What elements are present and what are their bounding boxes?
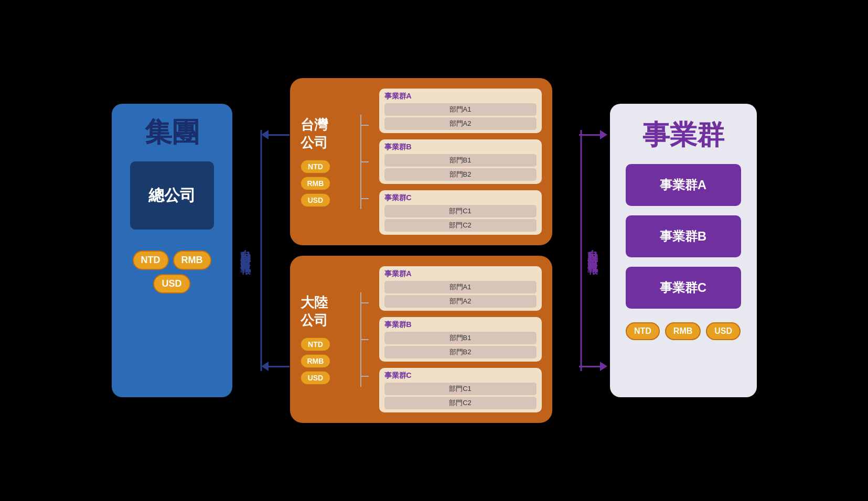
mainland-dept-c2: 部門C2	[384, 397, 537, 409]
left-arrow-container: 自動合併財報戰報	[232, 104, 290, 397]
taiwan-dept-c1: 部門C1	[384, 205, 537, 217]
mainland-company-left: 大陸公司 NTD RMB USD	[301, 294, 342, 385]
arrow-head-right-top	[600, 130, 607, 139]
arrow-shaft-right-top	[579, 134, 600, 136]
taiwan-biz-group-c-depts: 部門C1 部門C2	[384, 205, 537, 232]
taiwan-currency-usd: USD	[301, 193, 331, 207]
biz-group-c-btn[interactable]: 事業群C	[626, 267, 741, 309]
group-currency-row: NTD RMB USD	[120, 250, 224, 293]
taiwan-biz-group-b: 事業群B 部門B1 部門B2	[379, 139, 542, 184]
mainland-currency-rmb: RMB	[301, 354, 331, 368]
taiwan-connector-svg	[353, 104, 369, 220]
biz-group-a-btn[interactable]: 事業群A	[626, 164, 741, 206]
arrow-shaft-left-bottom	[269, 366, 290, 367]
mainland-currency-ntd: NTD	[301, 337, 331, 351]
group-title: 集團	[145, 114, 199, 151]
taiwan-company-name: 台灣公司	[301, 116, 328, 152]
biz-group-b-label: 事業群B	[660, 228, 706, 245]
taiwan-company-box: 台灣公司 NTD RMB USD	[290, 78, 552, 245]
mainland-dept-a1: 部門A1	[384, 281, 537, 293]
arrow-head-left-top	[261, 130, 269, 139]
mainland-biz-group-c: 事業群C 部門C1 部門C2	[379, 368, 542, 412]
biz-panel-ntd: NTD	[626, 322, 660, 340]
mainland-dept-a2: 部門A2	[384, 295, 537, 308]
left-top-arrow	[261, 130, 290, 139]
left-bottom-arrow	[261, 362, 290, 371]
main-layout: 集團 總公司 NTD RMB USD	[36, 78, 833, 423]
taiwan-biz-group-a: 事業群A 部門A1 部門A2	[379, 89, 542, 133]
mainland-biz-group-a: 事業群A 部門A1 部門A2	[379, 266, 542, 311]
taiwan-biz-group-c: 事業群C 部門C1 部門C2	[379, 190, 542, 235]
taiwan-biz-group-b-header: 事業群B	[384, 143, 537, 152]
taiwan-dept-a2: 部門A2	[384, 117, 537, 130]
left-arrow-label: 自動合併財報戰報	[239, 241, 253, 260]
mainland-dept-c1: 部門C1	[384, 383, 537, 395]
biz-panel: 事業群 事業群A 事業群B 事業群C NTD RMB USD	[610, 104, 757, 397]
right-v-line	[580, 130, 582, 371]
arrow-head-left-bottom	[261, 362, 269, 371]
canvas: 集團 總公司 NTD RMB USD	[15, 9, 854, 492]
arrow-head-right-bottom	[600, 362, 607, 371]
left-v-line	[260, 130, 262, 371]
mainland-connector-svg	[353, 282, 369, 397]
group-currency-usd: USD	[153, 274, 190, 293]
mainland-biz-group-c-depts: 部門C1 部門C2	[384, 383, 537, 409]
mainland-dept-b1: 部門B1	[384, 332, 537, 344]
taiwan-currencies: NTD RMB USD	[301, 160, 331, 207]
biz-panel-title: 事業群	[642, 117, 724, 154]
taiwan-biz-group-a-header: 事業群A	[384, 92, 537, 101]
group-currency-rmb: RMB	[173, 250, 211, 270]
mainland-biz-group-b: 事業群B 部門B1 部門B2	[379, 317, 542, 362]
biz-group-c-label: 事業群C	[660, 279, 706, 296]
taiwan-business-groups: 事業群A 部門A1 部門A2 事業群B 部門B1 部門B2	[379, 89, 542, 235]
mainland-connector	[353, 287, 369, 392]
arrow-shaft-right-bottom	[579, 366, 600, 367]
taiwan-currency-ntd: NTD	[301, 160, 331, 173]
biz-panel-rmb: RMB	[665, 322, 701, 340]
left-arrow-text: 自動合併財報戰報	[239, 241, 253, 258]
companies-section: 台灣公司 NTD RMB USD	[290, 78, 552, 423]
mainland-biz-group-c-header: 事業群C	[384, 371, 537, 380]
mainland-biz-group-b-header: 事業群B	[384, 320, 537, 330]
biz-group-a-label: 事業群A	[660, 177, 706, 193]
group-currency-ntd: NTD	[133, 250, 169, 270]
taiwan-biz-group-c-header: 事業群C	[384, 193, 537, 203]
mainland-dept-b2: 部門B2	[384, 346, 537, 358]
arrow-shaft-left-top	[269, 134, 290, 136]
mainland-business-groups: 事業群A 部門A1 部門A2 事業群B 部門B1 部門B2	[379, 266, 542, 412]
taiwan-dept-b1: 部門B1	[384, 154, 537, 167]
headquarters-label: 總公司	[148, 185, 196, 206]
mainland-biz-group-b-depts: 部門B1 部門B2	[384, 332, 537, 358]
mainland-biz-group-a-header: 事業群A	[384, 269, 537, 279]
biz-panel-usd: USD	[706, 322, 741, 340]
mainland-company-name: 大陸公司	[301, 294, 328, 330]
taiwan-biz-group-b-depts: 部門B1 部門B2	[384, 154, 537, 181]
taiwan-biz-group-a-depts: 部門A1 部門A2	[384, 103, 537, 130]
right-arrow-text: 自動合併財報戰報	[586, 241, 601, 258]
right-arrow-container: 自動合併財報戰報	[552, 104, 610, 397]
headquarters-box: 總公司	[130, 161, 214, 230]
right-top-arrow	[579, 130, 607, 139]
taiwan-currency-rmb: RMB	[301, 177, 331, 190]
taiwan-dept-b2: 部門B2	[384, 168, 537, 181]
biz-panel-currency-row: NTD RMB USD	[626, 322, 741, 340]
right-bottom-arrow	[579, 362, 607, 371]
group-box: 集團 總公司 NTD RMB USD	[112, 104, 232, 397]
taiwan-dept-c2: 部門C2	[384, 219, 537, 232]
mainland-currency-usd: USD	[301, 371, 331, 385]
mainland-company-box: 大陸公司 NTD RMB USD	[290, 256, 552, 423]
biz-group-b-btn[interactable]: 事業群B	[626, 215, 741, 257]
mainland-currencies: NTD RMB USD	[301, 337, 331, 385]
mainland-biz-group-a-depts: 部門A1 部門A2	[384, 281, 537, 308]
taiwan-dept-a1: 部門A1	[384, 103, 537, 116]
taiwan-connector	[353, 110, 369, 214]
taiwan-company-left: 台灣公司 NTD RMB USD	[301, 116, 342, 207]
right-arrow-label: 自動合併財報戰報	[586, 241, 601, 260]
